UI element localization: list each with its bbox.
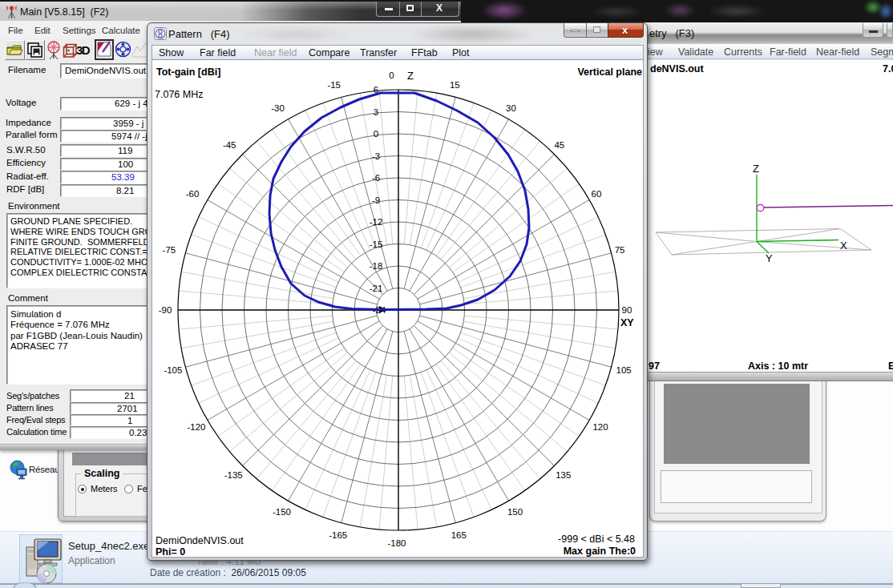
svg-text:60: 60 [592, 189, 602, 199]
svg-text:15: 15 [450, 80, 460, 90]
svg-text:-15: -15 [327, 80, 341, 90]
svg-text:165: 165 [451, 530, 467, 540]
svg-text:-999 < dBi < 5.48: -999 < dBi < 5.48 [558, 534, 635, 545]
svg-text:Z: Z [407, 70, 414, 82]
svg-text:-120: -120 [187, 422, 205, 432]
svg-text:-12: -12 [370, 217, 383, 227]
svg-text:Vertical plane: Vertical plane [577, 66, 642, 78]
svg-text:30: 30 [506, 103, 516, 113]
svg-text:DemiOndeNVIS.out: DemiOndeNVIS.out [156, 535, 244, 546]
svg-text:-180: -180 [387, 538, 406, 548]
svg-text:-45: -45 [223, 140, 236, 150]
svg-text:-90: -90 [159, 305, 172, 315]
svg-text:-165: -165 [329, 530, 347, 540]
svg-text:XY: XY [620, 317, 634, 328]
svg-text:X: X [840, 240, 847, 252]
svg-text:-18: -18 [370, 261, 383, 271]
svg-text:-135: -135 [224, 470, 243, 480]
svg-text:0: 0 [374, 129, 378, 139]
svg-text:-150: -150 [273, 507, 291, 517]
svg-text:-105: -105 [164, 365, 182, 375]
svg-text:-6: -6 [372, 173, 380, 183]
svg-text:Phi= 0: Phi= 0 [156, 546, 185, 557]
svg-text:Y: Y [766, 252, 773, 264]
svg-text:7.076 MHz: 7.076 MHz [155, 89, 203, 100]
svg-text:0: 0 [389, 70, 394, 80]
svg-text:Tot-gain [dBi]: Tot-gain [dBi] [156, 66, 220, 78]
svg-text:135: 135 [556, 470, 571, 480]
svg-text:-3: -3 [372, 151, 380, 161]
svg-text:120: 120 [592, 422, 608, 432]
svg-text:Max gain The:0: Max gain The:0 [564, 546, 636, 557]
svg-text:-21: -21 [370, 284, 383, 293]
svg-text:-75: -75 [163, 245, 176, 255]
svg-text:-30: -30 [271, 103, 285, 113]
svg-text:Z: Z [753, 163, 759, 175]
svg-text:75: 75 [615, 245, 625, 255]
svg-text:-60: -60 [186, 189, 200, 199]
svg-text:3: 3 [374, 107, 378, 117]
svg-text:-9: -9 [372, 195, 380, 205]
svg-text:150: 150 [507, 507, 523, 517]
svg-text:45: 45 [554, 140, 564, 150]
svg-text:105: 105 [616, 365, 632, 375]
svg-text:-15: -15 [370, 240, 383, 249]
svg-text:90: 90 [622, 305, 632, 315]
